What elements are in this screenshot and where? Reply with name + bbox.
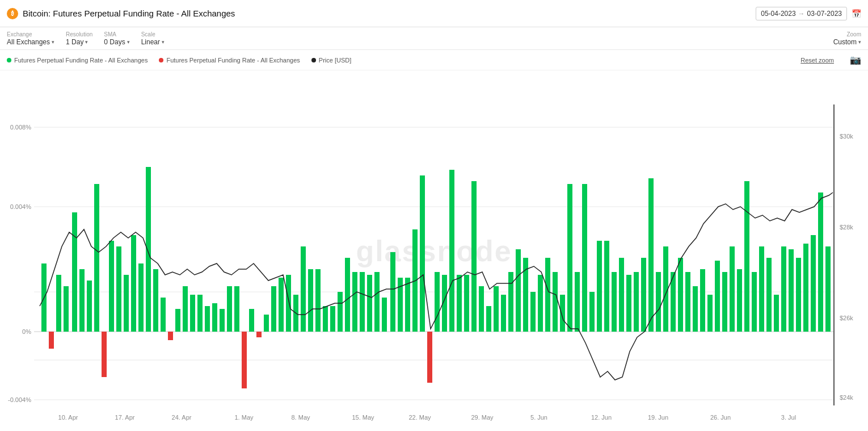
svg-text:$24k: $24k: [840, 394, 853, 401]
svg-text:26. Jun: 26. Jun: [710, 414, 731, 421]
calendar-icon[interactable]: 📅: [852, 9, 861, 18]
bar: [796, 258, 801, 332]
bar: [323, 306, 328, 332]
bar: [818, 193, 823, 332]
header-right: 05-04-2023 → 03-07-2023 📅: [756, 7, 861, 20]
bar: [242, 332, 247, 388]
exchange-dropdown-arrow: ▾: [52, 39, 54, 45]
resolution-label: Resolution: [66, 31, 92, 37]
bar: [700, 269, 705, 332]
bar: [707, 295, 713, 332]
sma-select[interactable]: 0 Days ▾: [104, 38, 129, 46]
bar: [486, 306, 491, 332]
bar: [693, 286, 698, 332]
bar: [330, 306, 335, 332]
scale-label: Scale: [141, 31, 165, 37]
chart-svg: 0.008% 0.004% 0% -0.004% $30k $28k $26k …: [0, 70, 868, 431]
bar: [612, 272, 617, 332]
svg-text:12. Jun: 12. Jun: [591, 414, 612, 421]
bar: [390, 252, 395, 332]
bar: [271, 286, 276, 332]
sma-dropdown-arrow: ▾: [127, 39, 130, 45]
bar: [494, 286, 499, 332]
bar: [183, 286, 188, 332]
bar: [382, 298, 387, 332]
bar: [374, 272, 380, 332]
bar: [685, 272, 690, 332]
bar: [752, 272, 757, 332]
svg-text:5. Jun: 5. Jun: [530, 414, 547, 421]
exchange-label: Exchange: [7, 31, 54, 37]
bar: [367, 275, 372, 332]
svg-text:0.004%: 0.004%: [10, 203, 32, 210]
svg-text:3. Jul: 3. Jul: [781, 414, 796, 421]
bar: [560, 295, 565, 332]
bar: [744, 181, 749, 332]
bar: [301, 246, 306, 332]
bar: [220, 309, 225, 332]
bar: [508, 272, 513, 332]
exchange-select[interactable]: All Exchanges ▾: [7, 38, 54, 46]
legend-green: Futures Perpetual Funding Rate - All Exc…: [7, 57, 148, 64]
resolution-dropdown-arrow: ▾: [85, 39, 88, 45]
svg-text:17. Apr: 17. Apr: [115, 414, 135, 421]
reset-zoom-button[interactable]: Reset zoom: [800, 57, 834, 64]
chart-area: glassnode 0.008% 0.004% 0% -0.004% $30k …: [0, 70, 868, 431]
bar: [730, 246, 735, 332]
scale-dropdown-arrow: ▾: [162, 39, 165, 45]
bar: [315, 269, 321, 332]
bar: [789, 249, 794, 332]
legend-red-label: Futures Perpetual Funding Rate - All Exc…: [166, 57, 300, 64]
svg-text:10. Apr: 10. Apr: [58, 414, 78, 421]
bar: [553, 272, 558, 332]
date-range-picker[interactable]: 05-04-2023 → 03-07-2023: [756, 7, 847, 20]
bar: [420, 175, 425, 332]
legend-red: Futures Perpetual Funding Rate - All Exc…: [159, 57, 300, 64]
svg-text:0%: 0%: [22, 328, 31, 335]
bar: [538, 275, 543, 332]
bar: [138, 263, 144, 332]
bar: [102, 332, 107, 377]
scale-select[interactable]: Linear ▾: [141, 38, 165, 46]
bar: [205, 306, 210, 332]
bar: [471, 181, 477, 332]
camera-icon[interactable]: 📷: [850, 55, 861, 65]
bar: [722, 272, 727, 332]
bar: [604, 241, 609, 332]
bar: [582, 184, 587, 332]
bar: [656, 272, 661, 332]
bar: [457, 275, 462, 332]
zoom-select[interactable]: Custom ▾: [833, 38, 861, 46]
svg-text:24. Apr: 24. Apr: [172, 414, 192, 421]
svg-text:$26k: $26k: [840, 315, 853, 321]
svg-text:19. Jun: 19. Jun: [648, 414, 668, 421]
resolution-select[interactable]: 1 Day ▾: [66, 38, 92, 46]
svg-text:0.008%: 0.008%: [10, 124, 32, 131]
bar: [109, 241, 114, 332]
svg-text:-0.004%: -0.004%: [8, 396, 31, 403]
bar: [648, 178, 654, 332]
legend-black: Price [USD]: [311, 57, 351, 64]
zoom-label: Zoom: [846, 31, 861, 37]
exchange-group: Exchange All Exchanges ▾: [7, 31, 54, 46]
exchange-value: All Exchanges: [7, 38, 50, 46]
bar: [197, 295, 203, 332]
svg-text:$28k: $28k: [840, 224, 853, 231]
zoom-group: Zoom Custom ▾: [833, 31, 861, 46]
bar: [479, 286, 484, 332]
bar: [227, 286, 232, 332]
bar: [766, 258, 772, 332]
bar: [308, 269, 313, 332]
legend-green-label: Futures Perpetual Funding Rate - All Exc…: [14, 57, 148, 64]
bar: [116, 246, 121, 332]
bar: [64, 286, 69, 332]
legend: Futures Perpetual Funding Rate - All Exc…: [0, 50, 868, 70]
bar: [212, 303, 217, 332]
bar: [161, 298, 166, 332]
bar: [825, 246, 831, 332]
bar: [124, 275, 129, 332]
bar: [345, 258, 350, 332]
legend-red-dot: [159, 58, 163, 62]
sma-label: SMA: [104, 31, 129, 37]
bar: [501, 295, 506, 332]
